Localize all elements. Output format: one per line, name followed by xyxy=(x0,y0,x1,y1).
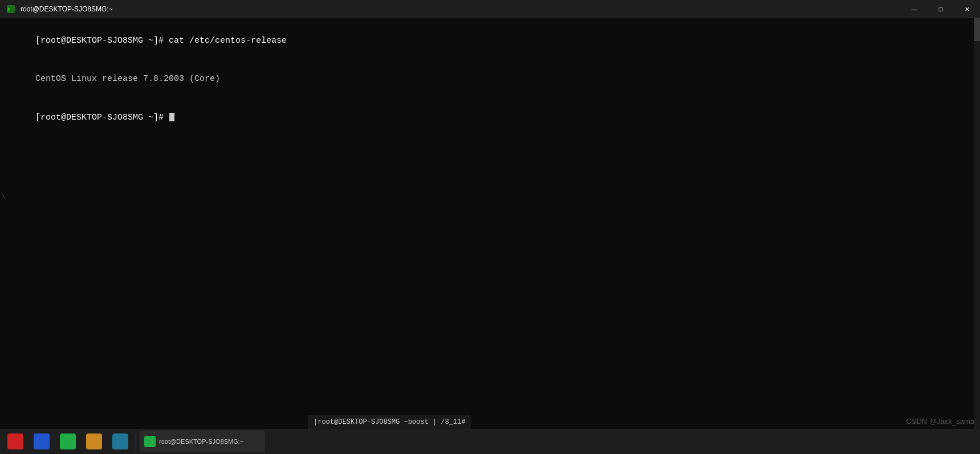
title-bar-controls: — □ ✕ xyxy=(901,0,980,18)
bottom-bar-text: |root@DESKTOP-SJO8SMG ~boost | /8_11# xyxy=(314,418,465,426)
scrollbar-thumb[interactable] xyxy=(974,18,980,41)
taskbar-icon-green xyxy=(60,433,76,449)
taskbar: root@DESKTOP-SJO8SMG:~ xyxy=(0,429,980,454)
minimize-button[interactable]: — xyxy=(901,0,928,18)
terminal-line-2: CentOS Linux release 7.8.2003 (Core) xyxy=(5,60,975,99)
terminal-cursor xyxy=(169,113,174,121)
title-bar-text: root@DESKTOP-SJO8SMG:~ xyxy=(21,5,974,13)
prompt-2: [root@DESKTOP-SJO8SMG ~]# xyxy=(35,113,169,122)
output-1: CentOS Linux release 7.8.2003 (Core) xyxy=(35,74,220,84)
taskbar-icon-orange xyxy=(86,433,102,449)
prompt-1: [root@DESKTOP-SJO8SMG ~]# xyxy=(35,36,169,46)
taskbar-icon-blue xyxy=(34,433,50,449)
terminal-window: $ root@DESKTOP-SJO8SMG:~ — □ ✕ \ [root@D… xyxy=(0,0,980,454)
maximize-button[interactable]: □ xyxy=(928,0,954,18)
title-bar: $ root@DESKTOP-SJO8SMG:~ — □ ✕ xyxy=(0,0,980,18)
taskbar-icon-red xyxy=(7,433,23,449)
bottom-terminal-bar: |root@DESKTOP-SJO8SMG ~boost | /8_11# xyxy=(308,415,471,429)
taskbar-icon-teal xyxy=(112,433,128,449)
taskbar-active-icon xyxy=(144,436,156,447)
taskbar-item-teal[interactable] xyxy=(108,431,132,452)
taskbar-item-orange[interactable] xyxy=(82,431,106,452)
taskbar-separator xyxy=(136,433,136,450)
terminal-body[interactable]: \ [root@DESKTOP-SJO8SMG ~]# cat /etc/cen… xyxy=(0,18,980,454)
taskbar-active-label: root@DESKTOP-SJO8SMG:~ xyxy=(159,438,243,445)
taskbar-item-red[interactable] xyxy=(3,431,27,452)
watermark: CSDN @Jack_sama xyxy=(906,417,974,426)
terminal-line-3: [root@DESKTOP-SJO8SMG ~]# xyxy=(5,99,975,137)
watermark-text: CSDN @Jack_sama xyxy=(906,417,974,426)
svg-text:$: $ xyxy=(7,7,11,13)
window-icon: $ xyxy=(6,4,16,14)
left-edge-char: \ xyxy=(1,193,6,202)
taskbar-item-terminal-active[interactable]: root@DESKTOP-SJO8SMG:~ xyxy=(140,431,265,452)
scrollbar[interactable] xyxy=(974,18,980,454)
taskbar-item-green[interactable] xyxy=(56,431,80,452)
command-1: cat /etc/centos-release xyxy=(169,36,287,46)
taskbar-item-blue[interactable] xyxy=(30,431,54,452)
close-button[interactable]: ✕ xyxy=(954,0,980,18)
terminal-line-1: [root@DESKTOP-SJO8SMG ~]# cat /etc/cento… xyxy=(5,22,975,60)
